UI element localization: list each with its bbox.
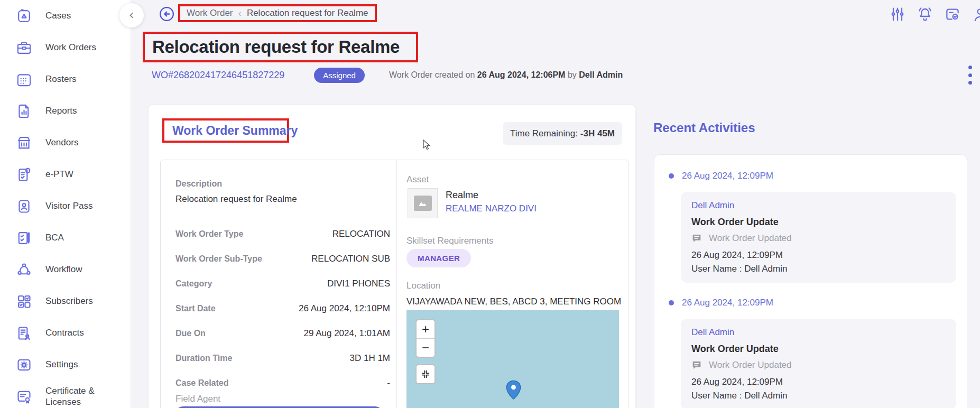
- field-agent-label: Field Agent: [175, 394, 220, 404]
- field-row: Due On 29 Aug 2024, 1:01AM: [175, 328, 390, 339]
- back-button[interactable]: [159, 6, 174, 22]
- sidebar-item-certificate-licenses[interactable]: Certificate & Licenses: [0, 381, 131, 408]
- map-fit-bounds-button[interactable]: [415, 364, 436, 384]
- field-value: -: [387, 378, 390, 388]
- title-annotation-box: Relocation request for Realme: [143, 32, 418, 62]
- asset-name: Realme: [446, 190, 478, 201]
- chevron-left-icon: [126, 10, 137, 21]
- created-line: Work Order created on 26 Aug 2024, 12:06…: [389, 70, 623, 80]
- activity-comment: Work Order Updated: [709, 233, 792, 244]
- map-zoom-in-button[interactable]: +: [417, 320, 434, 339]
- sidebar-item-workflow[interactable]: Workflow: [0, 254, 131, 285]
- work-order-number-link[interactable]: WO#268202417246451827229: [152, 70, 284, 81]
- work-order-summary-card: Work Order Summary Time Remaining: -3H 4…: [148, 104, 636, 408]
- more-options-kebab-icon[interactable]: [967, 66, 973, 85]
- activity-user-line: User Name : Dell Admin: [691, 264, 946, 274]
- e-ptw-icon: [16, 166, 32, 183]
- sidebar-item-work-orders[interactable]: Work Orders: [0, 32, 131, 63]
- notification-badge: [956, 4, 962, 10]
- sidebar-item-label: Cases: [45, 10, 71, 21]
- comment-icon: [691, 234, 702, 243]
- activity-comment-row: Work Order Updated: [691, 360, 946, 370]
- sidebar-item-subscribers[interactable]: Subscribers: [0, 285, 131, 317]
- location-map[interactable]: + −: [406, 310, 619, 408]
- filter-sliders-icon[interactable]: [889, 6, 906, 23]
- map-zoom-control: + −: [415, 319, 436, 358]
- sidebar-item-e-ptw[interactable]: e-PTW: [0, 159, 131, 190]
- sidebar: Cases Work Orders Rosters Reports Vendor…: [0, 0, 131, 408]
- sidebar-item-label: Settings: [45, 359, 78, 370]
- activity-timestamp: 26 Aug 2024, 12:09PM: [682, 171, 773, 181]
- sidebar-item-visitor-pass[interactable]: Visitor Pass: [0, 190, 131, 222]
- created-datetime: 26 Aug 2024, 12:06PM: [477, 70, 566, 79]
- asset-link[interactable]: REALME NARZO DIVI: [446, 203, 537, 214]
- profile-person-icon[interactable]: [972, 6, 980, 23]
- sidebar-item-bca[interactable]: BCA: [0, 222, 131, 254]
- sidebar-item-vendors[interactable]: Vendors: [0, 127, 131, 159]
- activity-action: Work Order Update: [691, 217, 946, 228]
- breadcrumb-annotation-box: Work Order ‹ Relocation request for Real…: [178, 4, 377, 22]
- field-row: Duration Time 3D 1H 1M: [175, 353, 390, 364]
- sidebar-item-label: Contracts: [45, 327, 84, 338]
- field-row: Start Date 26 Aug 2024, 12:10PM: [175, 303, 390, 314]
- activity-user[interactable]: Dell Admin: [691, 200, 946, 211]
- sidebar-item-reports[interactable]: Reports: [0, 95, 131, 127]
- work-order-meta-row: WO#268202417246451827229 Assigned Work O…: [152, 67, 966, 84]
- field-value: DIVI1 PHONES: [327, 279, 390, 289]
- timeline-dot-icon: [669, 300, 674, 305]
- sidebar-item-label: Visitor Pass: [45, 200, 93, 211]
- sidebar-item-label: Work Orders: [45, 42, 96, 53]
- certificate-licenses-icon: [16, 388, 32, 405]
- notifications-bell-icon[interactable]: [917, 6, 933, 23]
- sidebar-collapse-button[interactable]: [119, 3, 144, 27]
- sidebar-item-contracts[interactable]: Contracts: [0, 317, 131, 349]
- sidebar-item-label: Rosters: [45, 73, 77, 85]
- description-value: Relocation request for Realme: [175, 194, 297, 205]
- reports-icon: [16, 103, 32, 119]
- field-label: Work Order Type: [175, 229, 243, 239]
- field-label: Work Order Sub-Type: [175, 254, 262, 264]
- bca-icon: [16, 230, 32, 246]
- created-prefix: Work Order created on: [389, 70, 475, 79]
- visitor-pass-icon: [16, 198, 32, 215]
- field-value: RELOCATION: [332, 229, 390, 239]
- asset-thumbnail[interactable]: [408, 188, 438, 218]
- activity-comment: Work Order Updated: [709, 360, 792, 370]
- sidebar-item-label: Vendors: [45, 137, 78, 148]
- back-arrow-icon: [159, 6, 174, 22]
- map-marker-icon[interactable]: [505, 380, 522, 404]
- location-value: VIJAYAWADA NEW, BES, ABCD 3, MEETING ROO…: [406, 296, 621, 307]
- field-value: RELOCATION SUB: [311, 254, 390, 264]
- activity-datetime: 26 Aug 2024, 12:09PM: [691, 377, 946, 387]
- breadcrumb-current: Relocation request for Realme: [247, 8, 368, 18]
- activity-entry: Dell Admin Work Order Update Work Order …: [681, 319, 956, 408]
- compress-icon: [420, 369, 431, 379]
- breadcrumb-parent[interactable]: Work Order: [187, 8, 233, 18]
- subscribers-icon: [16, 293, 32, 310]
- description-block: Description Relocation request for Realm…: [175, 179, 297, 205]
- activity-user[interactable]: Dell Admin: [691, 327, 946, 338]
- recent-activities-card: 26 Aug 2024, 12:09PM Dell Admin Work Ord…: [654, 154, 967, 408]
- activity-user-line: User Name : Dell Admin: [691, 391, 946, 401]
- sidebar-item-settings[interactable]: Settings: [0, 349, 131, 381]
- sidebar-item-cases[interactable]: Cases: [0, 0, 131, 32]
- time-remaining-value: -3H 45M: [580, 128, 615, 139]
- comment-icon: [691, 360, 702, 370]
- sidebar-item-label: Reports: [45, 105, 77, 116]
- field-label: Case Related: [175, 378, 229, 388]
- rosters-icon: [16, 71, 32, 88]
- field-value: 29 Aug 2024, 1:01AM: [303, 328, 390, 339]
- settings-icon: [16, 357, 32, 373]
- sidebar-item-rosters[interactable]: Rosters: [0, 63, 131, 95]
- description-label: Description: [175, 179, 222, 188]
- map-zoom-out-button[interactable]: −: [417, 339, 434, 357]
- sidebar-item-label: Subscribers: [45, 295, 93, 307]
- sidebar-item-label: BCA: [45, 232, 64, 243]
- tasks-check-icon[interactable]: [944, 6, 961, 23]
- asset-label: Asset: [406, 174, 429, 185]
- asset-location-column: Asset Realme REALME NARZO DIVI Skillset …: [397, 160, 629, 408]
- activity-datetime: 26 Aug 2024, 12:09PM: [691, 250, 946, 261]
- skillset-label: Skillset Requirements: [406, 236, 493, 246]
- summary-section-title: Work Order Summary: [172, 124, 298, 138]
- field-row: Work Order Type RELOCATION: [175, 229, 390, 239]
